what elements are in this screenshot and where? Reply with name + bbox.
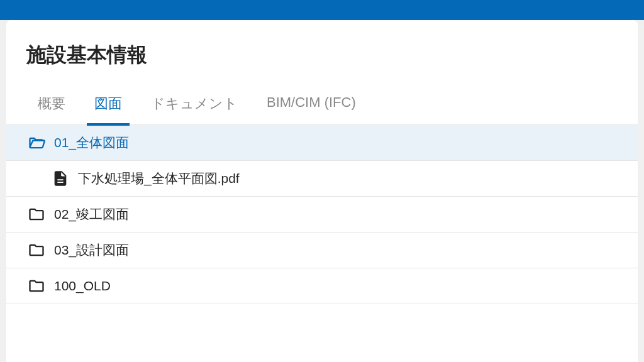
folder-icon — [28, 241, 45, 259]
folder-row[interactable]: 03_設計図面 — [6, 233, 638, 268]
file-label: 下水処理場_全体平面図.pdf — [78, 170, 240, 187]
folder-label: 01_全体図面 — [54, 134, 129, 151]
folder-label: 100_OLD — [54, 278, 111, 293]
content-panel: 施設基本情報 概要 図面 ドキュメント BIM/CIM (IFC) 01_全体図… — [6, 20, 638, 362]
file-tree: 01_全体図面 下水処理場_全体平面図.pdf 02_竣工図面 03_設計図面 — [6, 125, 638, 304]
app-top-bar — [0, 0, 644, 20]
tab-drawings[interactable]: 図面 — [92, 94, 125, 124]
folder-row[interactable]: 02_竣工図面 — [6, 197, 638, 233]
folder-row[interactable]: 100_OLD — [6, 268, 638, 304]
folder-label: 02_竣工図面 — [54, 206, 129, 223]
folder-icon — [28, 277, 45, 295]
tab-documents[interactable]: ドキュメント — [148, 94, 240, 124]
tab-overview[interactable]: 概要 — [35, 94, 68, 124]
page-title: 施設基本情報 — [6, 20, 638, 69]
folder-row[interactable]: 01_全体図面 — [6, 125, 638, 161]
tab-bim-ifc[interactable]: BIM/CIM (IFC) — [264, 94, 358, 124]
tab-bar: 概要 図面 ドキュメント BIM/CIM (IFC) — [6, 69, 638, 125]
folder-icon — [28, 206, 45, 223]
folder-open-icon — [28, 134, 45, 151]
folder-label: 03_設計図面 — [54, 241, 129, 259]
file-row[interactable]: 下水処理場_全体平面図.pdf — [6, 161, 638, 197]
file-icon — [52, 170, 69, 187]
